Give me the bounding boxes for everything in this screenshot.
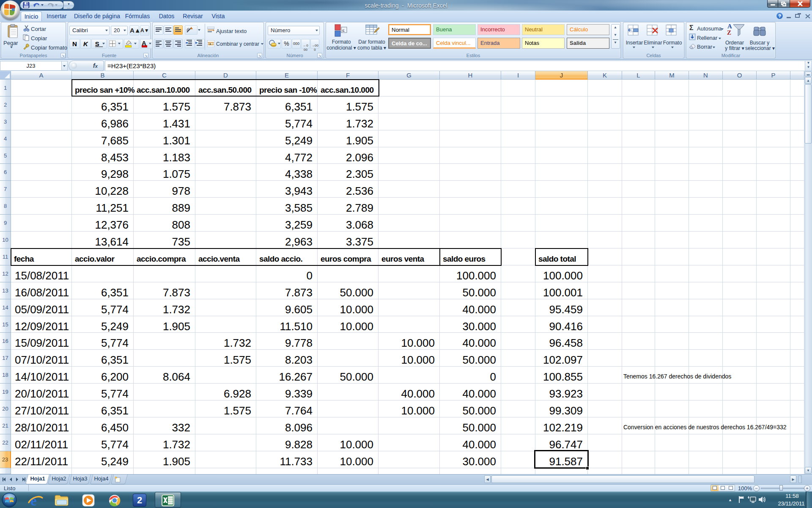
svg-text:≤: ≤ — [342, 28, 345, 33]
svg-text:e: e — [30, 493, 37, 508]
svg-text:a: a — [209, 42, 211, 45]
svg-text:ab: ab — [186, 27, 191, 32]
